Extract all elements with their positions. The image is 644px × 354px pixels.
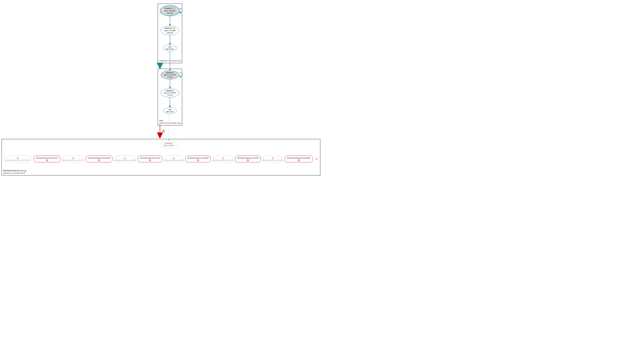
- error-icon: [124, 157, 126, 159]
- error-icon: [197, 159, 199, 161]
- com-ksk: DNSKEY alg=13, id=19718 512 bits: [160, 71, 179, 79]
- error-icon: [316, 158, 318, 160]
- root-ksk: DNSKEY alg=8, id=20326 2048 bits: [160, 6, 179, 15]
- rr-ns: developmentscout.com/NS: [235, 156, 260, 162]
- warning-icon: [173, 27, 176, 29]
- error-icon: [17, 157, 19, 159]
- error-icon: [298, 159, 300, 161]
- error-icon: [46, 159, 48, 161]
- zone-root-name: .: [159, 57, 160, 59]
- error-icon: [222, 157, 224, 159]
- zone-domain-ts: (2024-07-21 18:16:19 UTC): [3, 172, 25, 174]
- com-ds: DS digest alg=2: [163, 107, 176, 114]
- error-icon: [172, 157, 175, 159]
- error-icon: [72, 157, 74, 159]
- rr-aaaa-faded-tri: [316, 157, 318, 160]
- delegation-error-icon: [162, 129, 165, 132]
- error-icon: [272, 157, 274, 159]
- rr-a-faded: developmentscout.com/A: [165, 156, 182, 162]
- error-icon: [247, 159, 249, 161]
- error-icon: [162, 129, 165, 132]
- root-zsk: DNSKEY alg=8, id=20038 2048 bits: [160, 26, 179, 35]
- rr-txt: developmentscout.com/TXT: [34, 156, 60, 162]
- rr-soa: developmentscout.com/SOA: [86, 156, 112, 162]
- error-icon: [24, 170, 26, 172]
- com-zsk: DNSKEY alg=13, id=59354 512 bits: [160, 89, 179, 97]
- rr-aaaa: developmentscout.com/AAAA: [285, 156, 312, 162]
- zone-com-ts: (2024-07-21 15:22:55 UTC): [159, 122, 181, 124]
- error-icon: [149, 159, 151, 161]
- zone-com-name: com: [159, 119, 163, 122]
- zone-root-ts: (2024-07-21 12:42:18 UTC): [159, 60, 181, 62]
- dnssec-graph: . (2024-07-21 12:42:18 UTC) com (2024-07…: [0, 0, 322, 177]
- rr-a: developmentscout.com/A: [138, 156, 162, 162]
- rr-dnskey-faded: developmentscout.com/DNSKEY: [4, 156, 31, 162]
- error-icon: [98, 159, 100, 161]
- root-ds: DS digest alg=2: [163, 45, 176, 51]
- rr-txt-faded: developmentscout.com/TXT: [63, 156, 83, 162]
- rr-ns-faded: developmentscout.com/NS: [263, 156, 282, 162]
- zone-domain-name: developmentscout.com: [3, 169, 24, 172]
- rr-soa-faded: developmentscout.com/SOA: [115, 156, 135, 162]
- rr-mx: developmentscout.com/MX: [185, 156, 211, 162]
- domain-dnskey: DNSKEY alg=8, id=3034: [160, 141, 178, 148]
- warning-icon: [173, 7, 176, 10]
- rr-mx-faded: developmentscout.com/MX: [214, 156, 232, 162]
